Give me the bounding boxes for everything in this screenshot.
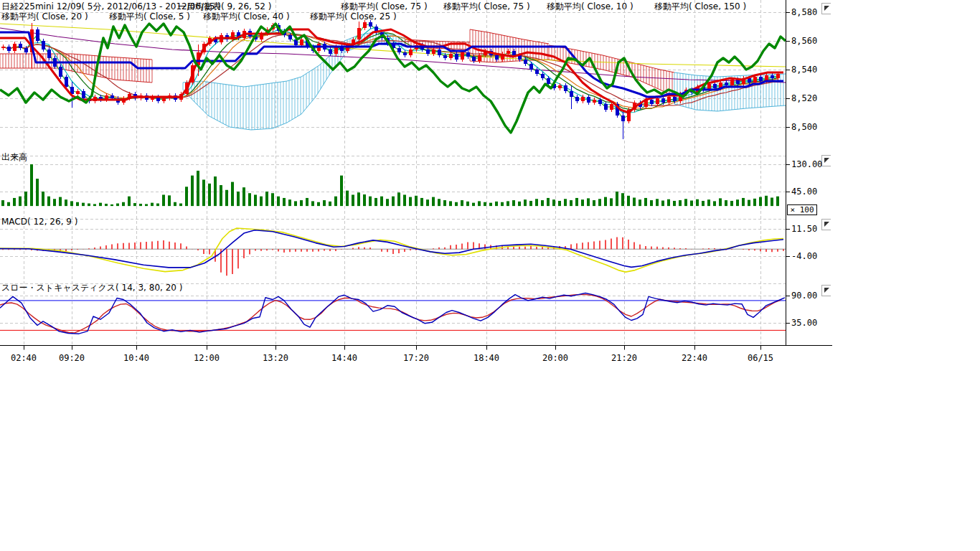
y-axis-label: -4.00 (791, 251, 817, 261)
y-axis-label: 45.00 (791, 187, 817, 197)
collapse-arrow-icon (824, 288, 829, 293)
collapse-price-pane-button[interactable] (821, 3, 831, 14)
volume-multiplier-badge: × 100 (787, 204, 817, 215)
x-axis-label: 22:40 (682, 353, 707, 363)
legend-item-ma10: 移動平均( Close, 10 ) (547, 1, 633, 13)
volume-pane-label: 出来高 (1, 151, 27, 164)
legend-item-ma5: 移動平均( Close, 5 ) (109, 11, 190, 23)
chart-canvas (0, 0, 980, 369)
stochastics-pane (0, 293, 786, 334)
y-axis-label: 8,580 (791, 7, 817, 17)
y-axis-label: 8,500 (791, 122, 817, 132)
x-axis-label: 13:20 (263, 353, 288, 363)
y-axis-label: 8,520 (791, 93, 817, 103)
legend-item-ma150: 移動平均( Close, 150 ) (654, 1, 746, 13)
y-axis-label: 8,560 (791, 36, 817, 46)
legend-item-ma20: 移動平均( Close, 20 ) (1, 11, 88, 23)
y-axis-label: 11.50 (791, 224, 817, 234)
collapse-stoch-pane-button[interactable] (821, 285, 831, 296)
collapse-arrow-icon (824, 6, 829, 11)
legend-item-ma40: 移動平均( Close, 40 ) (203, 11, 290, 23)
y-axis-label: 8,540 (791, 65, 817, 75)
y-axis-label: 130.00 (791, 159, 822, 169)
collapse-arrow-icon (824, 158, 829, 163)
volume-pane (1, 164, 779, 206)
y-axis-label: 90.00 (791, 291, 817, 301)
collapse-volume-pane-button[interactable] (821, 155, 831, 166)
legend-item-ma25: 移動平均( Close, 25 ) (310, 11, 397, 23)
x-axis-label: 20:00 (542, 353, 568, 363)
x-axis-label: 17:20 (403, 353, 429, 363)
macd-pane (0, 228, 786, 276)
collapse-macd-pane-button[interactable] (821, 219, 831, 230)
x-axis-label: 06/15 (748, 353, 773, 363)
x-axis-label: 10:40 (123, 353, 149, 363)
x-axis-label: 02:40 (11, 353, 37, 363)
chart-application-window: 日経225mini 12/09( 5分, 2012/06/13 - 2012/0… (0, 0, 980, 551)
x-axis-label: 09:20 (59, 353, 85, 363)
x-axis-label: 18:40 (473, 353, 499, 363)
stoch-pane-label: スロー・ストキャスティクス( 14, 3, 80, 20 ) (1, 282, 182, 294)
x-axis-label: 21:20 (611, 353, 637, 363)
x-axis-label: 14:40 (331, 353, 357, 363)
macd-pane-label: MACD( 12, 26, 9 ) (1, 217, 77, 227)
legend-item-ma75-b: 移動平均( Close, 75 ) (443, 1, 530, 13)
y-axis-label: 35.00 (791, 318, 817, 328)
ichimoku-cloud-segment (0, 54, 152, 83)
collapse-arrow-icon (824, 222, 829, 227)
price-pane (0, 20, 786, 139)
x-axis-label: 12:00 (194, 353, 220, 363)
